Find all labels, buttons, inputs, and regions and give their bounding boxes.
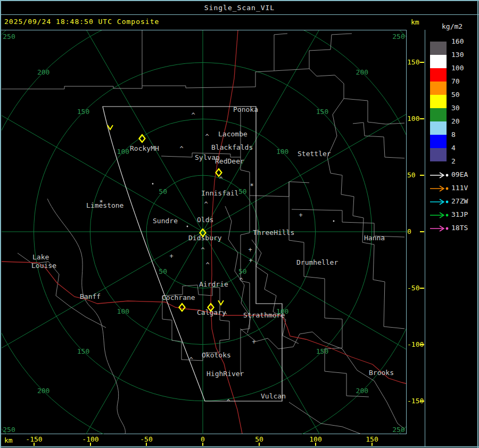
colorbar-swatch — [430, 108, 447, 121]
bottom-axis-tick-mark — [259, 443, 260, 446]
station-arrow-icon — [429, 211, 450, 218]
terrain-symbol: ^ — [179, 145, 183, 153]
colorbar-value-label: 4 — [451, 144, 456, 152]
station-id-label: 27ZW — [451, 197, 468, 205]
terrain-symbol: + — [248, 246, 252, 254]
terrain-symbol: ^ — [189, 356, 193, 364]
colorbar-swatch — [430, 121, 447, 135]
colorbar-value-label: 8 — [451, 131, 456, 139]
radar-site-icon — [216, 169, 222, 176]
colorbar-swatch — [430, 42, 447, 55]
right-axis-tick-label: 150 — [407, 58, 419, 66]
terrain-symbol: * — [250, 182, 253, 190]
city-label: Hanna — [364, 234, 385, 242]
city-label: Olds — [197, 216, 213, 224]
right-axis-tick-mark — [420, 62, 424, 63]
city-label: Drumheller — [296, 258, 338, 266]
range-ring-label: 100 — [276, 148, 288, 156]
range-ring-label: 50 — [238, 188, 247, 196]
city-label: Didsbury — [188, 234, 222, 242]
city-label: Limestone — [86, 201, 124, 209]
right-axis-tick-mark — [420, 288, 424, 289]
city-label: Strathmore — [243, 311, 285, 319]
right-axis-tick-mark — [420, 175, 424, 176]
window-border-left — [0, 0, 1, 448]
city-label: HighRiver — [207, 370, 244, 378]
city-label: Banff — [80, 292, 101, 300]
station-arrow-icon — [429, 198, 450, 205]
radar-map-svg: 5050505010010010010015015015015020020020… — [2, 30, 406, 434]
window-border-right — [477, 0, 478, 448]
range-ring-label: 150 — [316, 108, 328, 116]
timestamp: 2025/09/24 18:48:50 UTC Composite — [4, 18, 159, 26]
right-axis-unit: km — [411, 18, 419, 26]
terrain-symbol: ^ — [239, 277, 243, 284]
terrain-symbol: ^ — [219, 176, 222, 183]
bottom-axis-tick-label: -150 — [21, 435, 47, 443]
colorbar-value-label: 160 — [451, 37, 464, 45]
right-axis-tick-label: -50 — [407, 284, 419, 292]
range-ring-label: 250 — [3, 32, 15, 40]
right-axis-tick-mark — [420, 344, 424, 345]
colorbar-swatch — [430, 55, 447, 68]
city-label: Lake — [32, 253, 49, 261]
bottom-axis-tick-mark — [90, 443, 91, 446]
range-ring-label: 50 — [238, 267, 247, 275]
town-dot-marker — [333, 221, 335, 222]
right-axis-tick-label: 100 — [407, 115, 419, 123]
station-arrow-icon — [429, 224, 450, 232]
range-ring-label: 100 — [117, 307, 129, 315]
titlebar-separator — [0, 14, 479, 15]
terrain-symbol: ^ — [201, 247, 204, 254]
colorbar-swatch — [430, 135, 447, 148]
window-title: Single_Scan_VIL — [0, 4, 479, 12]
bottom-axis-tick-label: 150 — [359, 435, 385, 443]
city-label: RedDeer — [215, 157, 244, 165]
colorbar-swatch — [430, 95, 447, 108]
range-ring-label: 200 — [356, 68, 368, 76]
radar-map-canvas[interactable]: 5050505010010010010015015015015020020020… — [2, 30, 406, 434]
station-id-label: 31JP — [451, 210, 468, 218]
range-ring-label: 250 — [392, 32, 404, 40]
terrain-symbol: ^ — [204, 201, 208, 208]
city-label: RockyMH — [130, 144, 159, 152]
colorbar-value-label: 20 — [451, 117, 460, 125]
city-label: Okotoks — [202, 351, 231, 359]
terrain-symbol: + — [169, 252, 173, 260]
window-border-top — [0, 0, 479, 1]
terrain-symbol: ^ — [205, 133, 209, 141]
range-ring-label: 150 — [77, 108, 89, 116]
terrain-symbol: + — [299, 211, 302, 219]
colorbar-value-label: 30 — [451, 104, 460, 112]
bottom-axis-tick-mark — [202, 443, 203, 446]
right-axis-tick-label: 50 — [407, 171, 416, 179]
city-label: Stettler — [298, 150, 331, 158]
colorbar-unit: kg/m2 — [442, 22, 463, 30]
radar-site-icon — [179, 304, 185, 311]
range-ring-label: 200 — [37, 387, 49, 395]
colorbar-value-label: 50 — [451, 91, 460, 99]
right-axis-tick-label: 0 — [407, 227, 411, 235]
station-id-label: 111V — [451, 184, 468, 192]
station-id-label: 18TS — [451, 224, 468, 232]
right-axis-tick-mark — [420, 231, 424, 232]
city-label: Ponoka — [233, 105, 258, 113]
city-label: Lacombe — [218, 130, 247, 138]
terrain-symbol: + — [249, 257, 252, 264]
bottom-axis-unit: km — [4, 436, 13, 444]
bottom-axis-tick-mark — [371, 443, 373, 446]
range-ring-label: 100 — [117, 148, 129, 156]
city-label: Brooks — [369, 369, 394, 377]
radar-site-icon — [139, 135, 145, 142]
city-labels: PonokaLacombeBlackfaldsSylvanRedDeerStet… — [31, 105, 394, 400]
range-ring-label: 200 — [356, 387, 368, 395]
bottom-axis-tick-mark — [34, 443, 35, 446]
colorbar-value-label: 70 — [451, 77, 460, 85]
city-label: ThreeHills — [253, 229, 294, 237]
station-arrow-icon — [429, 184, 450, 192]
range-ring-label: 150 — [316, 347, 328, 355]
city-label: Blackfalds — [211, 143, 253, 151]
city-label: Cochrane — [162, 294, 195, 302]
range-ring-label: 250 — [3, 426, 15, 434]
terrain-symbol: ^ — [226, 398, 230, 406]
